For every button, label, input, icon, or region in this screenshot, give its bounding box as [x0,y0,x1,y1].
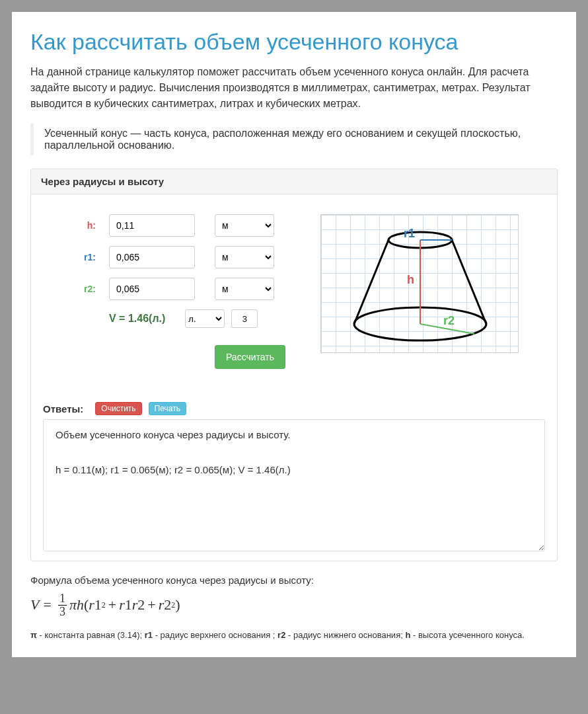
answers-box[interactable]: Объем усеченного конуса через радиусы и … [43,419,545,551]
label-r2: r2: [43,284,109,294]
round-input[interactable] [231,309,258,328]
calculate-button[interactable]: Рассчитать [215,345,285,369]
row-r1: r1: м [43,246,294,268]
page: Как рассчитать объем усеченного конуса Н… [12,12,576,657]
definition-block: Усеченный конус — часть конуса, располож… [30,124,558,155]
result-unit-select[interactable]: л. [185,309,225,328]
result-text: V = 1.46(л.) [109,313,165,325]
answers-header: Ответы: Очистить Печать [43,402,545,415]
formula-heading: Формула объема усеченного конуса через р… [30,575,558,586]
intro-text: На данной странице калькулятор поможет р… [30,64,558,112]
input-r1[interactable] [109,246,195,268]
result-row: V = 1.46(л.) л. [43,309,294,328]
row-h: h: м [43,214,294,237]
figure-label-r2: r2 [443,314,455,328]
cone-svg [321,215,519,354]
input-h[interactable] [109,214,195,237]
figure-label-h: h [407,273,414,287]
calculator-panel: Через радиусы и высоту h: м r1: [30,169,558,561]
page-title: Как рассчитать объем усеченного конуса [30,29,558,55]
input-r2[interactable] [109,278,195,300]
panel-header: Через радиусы и высоту [31,169,557,194]
row-r2: r2: м [43,278,294,300]
answer-line-1: Объем усеченного конуса через радиусы и … [55,429,533,440]
unit-select-h[interactable]: м [215,214,274,237]
unit-select-r1[interactable]: м [215,246,274,268]
answers-title: Ответы: [43,403,83,415]
svg-line-3 [452,240,486,324]
label-r1: r1: [43,252,109,262]
answer-line-2: h = 0.11(м); r1 = 0.065(м); r2 = 0.065(м… [55,464,533,475]
label-h: h: [43,220,109,231]
unit-select-r2[interactable]: м [215,278,274,300]
cone-figure: r1 h r2 [320,214,519,353]
print-button[interactable]: Печать [149,402,186,415]
clear-button[interactable]: Очистить [95,402,141,415]
formula-legend: π - константа равная (3.14); r1 - радиус… [30,629,558,642]
formula: V = 13 πh ( r12 + r1r2 + r22 ) [30,592,558,618]
svg-line-2 [354,240,388,324]
panel-body: h: м r1: м r2: [31,194,557,561]
figure-label-r1: r1 [404,227,415,241]
